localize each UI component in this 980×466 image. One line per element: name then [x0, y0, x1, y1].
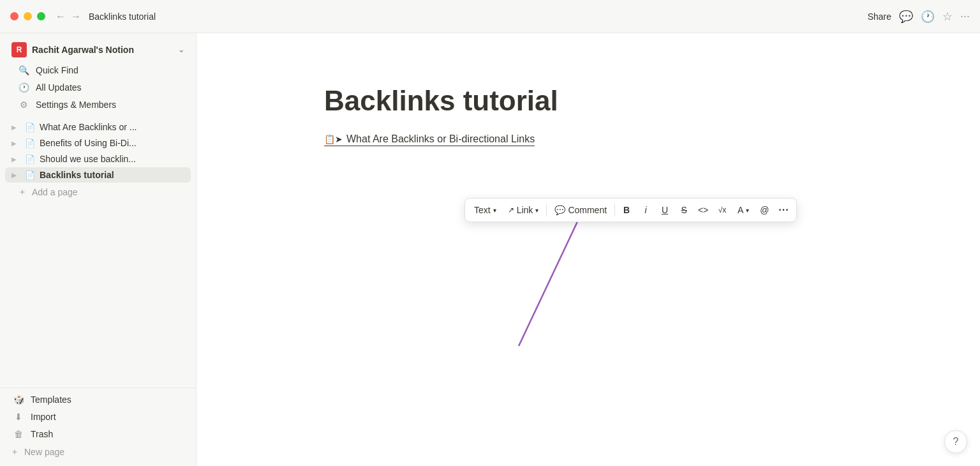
help-button[interactable]: ?	[944, 430, 967, 453]
expand-icon: ▶	[11, 172, 20, 179]
page-item-label: Benefits of Using Bi-Di...	[40, 138, 184, 148]
plus-icon: ＋	[10, 446, 19, 458]
templates-icon: 🎲	[13, 395, 24, 405]
sidebar-page-1[interactable]: ▶ 📄 What Are Backlinks or ...	[5, 119, 191, 135]
strikethrough-button[interactable]: S	[675, 201, 693, 219]
comment-icon[interactable]: 💬	[899, 10, 913, 24]
minimize-button[interactable]	[24, 12, 32, 20]
sidebar-item-label: Settings & Members	[36, 100, 116, 110]
sidebar-page-3[interactable]: ▶ 📄 Should we use backlin...	[5, 151, 191, 167]
forward-button[interactable]: →	[71, 11, 81, 22]
comment-button[interactable]: 💬 Comment	[549, 202, 612, 218]
back-button[interactable]: ←	[56, 11, 66, 22]
sidebar-top: R Rachit Agarwal's Notion ⌄ 🔍 Quick Find…	[0, 33, 196, 116]
clock-icon: 🕐	[18, 82, 29, 93]
math-icon: √x	[718, 206, 727, 214]
document-icon: 📄	[24, 123, 36, 132]
search-icon: 🔍	[18, 65, 29, 75]
page-item-label: What Are Backlinks or ...	[40, 122, 184, 132]
maximize-button[interactable]	[37, 12, 45, 20]
sidebar-item-label: Trash	[31, 429, 53, 439]
page-item-label: Backlinks tutorial	[40, 170, 184, 180]
page-link-text: What Are Backlinks or Bi-directional Lin…	[346, 133, 535, 145]
share-button[interactable]: Share	[868, 11, 891, 22]
history-icon[interactable]: 🕐	[921, 10, 935, 24]
document-icon: 📄	[24, 154, 36, 164]
page-title-bar: Backlinks tutorial	[89, 11, 868, 22]
page-item-label: Should we use backlin...	[40, 154, 184, 164]
sidebar-pages: ▶ 📄 What Are Backlinks or ... ▶ 📄 Benefi…	[0, 116, 196, 387]
trash-icon: 🗑	[13, 429, 24, 439]
workspace-switcher[interactable]: R Rachit Agarwal's Notion ⌄	[5, 38, 191, 61]
sidebar-item-quick-find[interactable]: 🔍 Quick Find	[10, 62, 186, 79]
italic-button[interactable]: i	[637, 201, 655, 219]
text-type-label: Text	[474, 205, 491, 215]
more-options-button[interactable]: ···	[775, 201, 792, 219]
document-icon: 📄	[24, 139, 36, 148]
sidebar-item-trash[interactable]: 🗑 Trash	[5, 426, 191, 442]
bold-button[interactable]: B	[618, 201, 635, 219]
gear-icon: ⚙	[18, 100, 29, 110]
plus-icon: ＋	[18, 186, 27, 198]
workspace-avatar: R	[11, 42, 27, 57]
sidebar-item-label: Import	[31, 412, 56, 422]
expand-icon: ▶	[11, 140, 20, 147]
window-controls	[10, 12, 45, 20]
add-page-label: Add a page	[32, 187, 78, 197]
page-body: 📋➤ What Are Backlinks or Bi-directional …	[324, 133, 852, 146]
dropdown-arrow-icon: ▾	[493, 207, 496, 214]
star-icon[interactable]: ☆	[942, 10, 953, 24]
main-content: Backlinks tutorial Text ▾ ↗ Link ▾ 💬 Com…	[197, 33, 980, 466]
workspace-name: Rachit Agarwal's Notion	[32, 45, 173, 55]
color-label: A	[738, 205, 743, 215]
link-label: Link	[517, 205, 533, 215]
color-button[interactable]: A ▾	[732, 202, 754, 218]
document-icon: 📄	[24, 170, 36, 180]
chevron-down-icon: ⌄	[178, 45, 184, 54]
sidebar-item-all-updates[interactable]: 🕐 All Updates	[10, 79, 186, 96]
sidebar-item-label: Quick Find	[36, 65, 78, 75]
expand-icon: ▶	[11, 156, 20, 163]
page-link-icon: 📋➤	[324, 134, 343, 144]
page-heading: Backlinks tutorial	[324, 84, 852, 118]
svg-line-0	[519, 207, 584, 346]
page-content[interactable]: Backlinks tutorial Text ▾ ↗ Link ▾ 💬 Com…	[197, 33, 980, 466]
sidebar-item-templates[interactable]: 🎲 Templates	[5, 391, 191, 408]
sidebar-item-label: All Updates	[36, 82, 82, 93]
comment-icon: 💬	[554, 205, 565, 215]
sidebar-page-2[interactable]: ▶ 📄 Benefits of Using Bi-Di...	[5, 135, 191, 151]
mention-button[interactable]: @	[755, 201, 773, 219]
sidebar-item-label: Templates	[31, 395, 71, 405]
underline-button[interactable]: U	[656, 201, 674, 219]
sidebar-item-import[interactable]: ⬇ Import	[5, 409, 191, 425]
add-page-button[interactable]: ＋ Add a page	[10, 183, 186, 201]
page-link[interactable]: 📋➤ What Are Backlinks or Bi-directional …	[324, 133, 535, 146]
new-page-label: New page	[24, 447, 64, 457]
sidebar: R Rachit Agarwal's Notion ⌄ 🔍 Quick Find…	[0, 33, 197, 466]
math-button[interactable]: √x	[713, 201, 731, 219]
titlebar-actions: Share 💬 🕐 ☆ ···	[868, 10, 970, 24]
import-icon: ⬇	[13, 412, 24, 422]
new-page-button[interactable]: ＋ New page	[5, 443, 191, 461]
close-button[interactable]	[10, 12, 19, 20]
sidebar-bottom: 🎲 Templates ⬇ Import 🗑 Trash ＋ New page	[0, 387, 196, 466]
comment-label: Comment	[568, 205, 607, 215]
code-button[interactable]: <>	[694, 201, 712, 219]
app-body: R Rachit Agarwal's Notion ⌄ 🔍 Quick Find…	[0, 33, 980, 466]
text-type-button[interactable]: Text ▾	[469, 202, 501, 218]
sidebar-item-settings[interactable]: ⚙ Settings & Members	[10, 96, 186, 113]
formatting-toolbar: Text ▾ ↗ Link ▾ 💬 Comment B i U S <>	[464, 198, 797, 222]
sidebar-page-4[interactable]: ▶ 📄 Backlinks tutorial	[5, 167, 191, 183]
titlebar: ← → Backlinks tutorial Share 💬 🕐 ☆ ···	[0, 0, 980, 33]
toolbar-separator	[614, 204, 615, 216]
nav-arrows: ← →	[56, 11, 81, 22]
expand-icon: ▶	[11, 124, 20, 131]
link-button[interactable]: ↗ Link ▾	[503, 202, 544, 218]
toolbar-separator	[546, 204, 547, 216]
more-icon[interactable]: ···	[960, 10, 970, 23]
